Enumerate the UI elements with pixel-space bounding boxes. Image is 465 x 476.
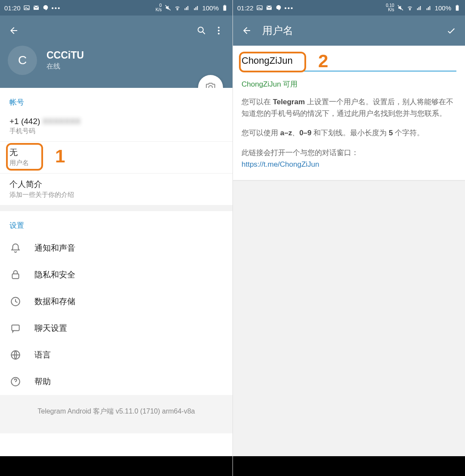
profile-status: 在线 — [46, 62, 84, 71]
svg-rect-9 — [224, 5, 226, 5]
more-dots-icon: ••• — [285, 4, 294, 12]
username-card: ChongZiJun 可用 您可以在 Telegram 上设置一个用户名。设置后… — [233, 46, 465, 180]
svg-point-11 — [218, 27, 220, 28]
settings-label: 帮助 — [34, 376, 51, 387]
svg-rect-6 — [195, 7, 196, 10]
username-row[interactable]: 无 用户名 — [0, 142, 232, 174]
svg-rect-3 — [186, 7, 187, 10]
phone-rest: XXXXXXX — [43, 117, 81, 126]
svg-point-10 — [198, 27, 203, 32]
svg-rect-17 — [12, 325, 19, 330]
settings-row-clock[interactable]: 数据和存储 — [0, 288, 232, 315]
version-text: Telegram Android 客户端 v5.11.0 (1710) arm6… — [0, 395, 232, 433]
svg-rect-27 — [429, 6, 430, 10]
app-bar: 用户名 — [233, 16, 465, 46]
username-input-wrap[interactable] — [242, 55, 456, 72]
bio-hint: 添加一些关于你的介绍 — [9, 191, 223, 199]
svg-point-12 — [218, 30, 220, 31]
settings-row-bell[interactable]: 通知和声音 — [0, 235, 232, 261]
phone-label: 手机号码 — [9, 127, 223, 135]
nav-bar — [0, 456, 232, 476]
username-available: ChongZiJun 可用 — [242, 79, 456, 89]
settings-row-chat[interactable]: 聊天设置 — [0, 315, 232, 342]
divider — [0, 205, 232, 211]
confirm-button[interactable] — [443, 22, 460, 39]
mute-icon — [164, 4, 171, 11]
svg-rect-2 — [184, 8, 185, 10]
signal2-icon — [425, 4, 432, 11]
signal-icon — [183, 4, 190, 11]
net-speed: 0.10 K/s — [386, 3, 394, 12]
battery-text: 100% — [202, 4, 219, 12]
svg-rect-22 — [417, 8, 418, 10]
signal2-icon — [193, 4, 200, 11]
picture-icon — [256, 4, 263, 11]
desc-2: 您可以使用 a–z、0–9 和下划线。最小长度为 5 个字符。 — [242, 127, 456, 139]
settings-row-help[interactable]: 帮助 — [0, 368, 232, 395]
settings-row-globe[interactable]: 语言 — [0, 342, 232, 368]
settings-label: 隐私和安全 — [34, 269, 75, 280]
settings-label: 语言 — [34, 349, 51, 361]
wifi-icon — [406, 4, 413, 11]
username-input[interactable] — [242, 55, 456, 66]
back-button[interactable] — [238, 22, 255, 39]
status-time: 01:20 — [4, 4, 21, 12]
left-phone: 01:20 ••• 0 K/s 100% — [0, 0, 232, 476]
app-bar: C CCCiTU 在线 — [0, 16, 232, 88]
settings-row-lock[interactable]: 隐私和安全 — [0, 261, 232, 288]
hangouts-icon — [275, 4, 282, 11]
battery-icon — [221, 4, 228, 11]
nav-bar — [233, 456, 465, 476]
battery-icon — [454, 4, 461, 11]
help-icon — [9, 376, 22, 387]
svg-rect-23 — [418, 7, 419, 10]
content: ChongZiJun 可用 您可以在 Telegram 上设置一个用户名。设置后… — [233, 46, 465, 456]
bio-title: 个人简介 — [9, 179, 223, 190]
svg-rect-25 — [426, 8, 427, 10]
screen-title: 用户名 — [262, 24, 293, 37]
desc-1: 您可以在 Telegram 上设置一个用户名。设置后，别人将能够在不知道您的手机… — [242, 96, 456, 119]
phone-row[interactable]: +1 (442) XXXXXXX 手机号码 — [0, 112, 232, 142]
profile-name: CCCiTU — [46, 50, 84, 61]
more-button[interactable] — [210, 22, 227, 39]
phone-prefix: +1 (442) — [9, 117, 43, 126]
svg-rect-26 — [428, 7, 429, 10]
settings-label: 通知和声音 — [34, 243, 75, 254]
clock-icon — [9, 296, 22, 307]
status-bar: 01:22 ••• 0.10 K/s 100% — [233, 0, 465, 16]
username-label: 用户名 — [9, 159, 223, 167]
status-bar: 01:20 ••• 0 K/s 100% — [0, 0, 232, 16]
username-value: 无 — [9, 147, 223, 158]
section-account: 帐号 — [0, 88, 232, 112]
more-dots-icon: ••• — [52, 4, 61, 12]
svg-rect-24 — [420, 6, 421, 10]
svg-rect-8 — [223, 6, 226, 11]
search-button[interactable] — [193, 22, 210, 39]
svg-rect-7 — [197, 6, 198, 10]
content: 帐号 +1 (442) XXXXXXX 手机号码 无 用户名 个人简介 添加一些… — [0, 88, 232, 456]
settings-label: 聊天设置 — [34, 323, 67, 334]
back-button[interactable] — [5, 22, 22, 39]
lock-icon — [9, 269, 22, 280]
chat-icon — [9, 323, 22, 334]
mute-icon — [397, 4, 404, 11]
right-phone: 01:22 ••• 0.10 K/s 100% 用户名 — [232, 0, 465, 476]
svg-rect-29 — [457, 5, 458, 5]
status-time: 01:22 — [237, 4, 254, 12]
mail-icon — [33, 4, 40, 11]
svg-rect-15 — [12, 274, 19, 279]
hangouts-icon — [42, 4, 49, 11]
username-link[interactable]: https://t.me/ChongZiJun — [242, 160, 456, 169]
bell-icon — [9, 243, 22, 254]
avatar[interactable]: C — [8, 46, 37, 75]
section-settings: 设置 — [0, 211, 232, 235]
globe-icon — [9, 349, 22, 361]
battery-text: 100% — [435, 4, 451, 12]
svg-rect-5 — [194, 8, 195, 10]
bio-row[interactable]: 个人简介 添加一些关于你的介绍 — [0, 174, 232, 205]
svg-rect-4 — [187, 6, 188, 10]
svg-point-13 — [218, 33, 220, 34]
settings-label: 数据和存储 — [34, 296, 75, 307]
net-speed: 0 K/s — [155, 3, 161, 12]
wifi-icon — [174, 4, 181, 11]
